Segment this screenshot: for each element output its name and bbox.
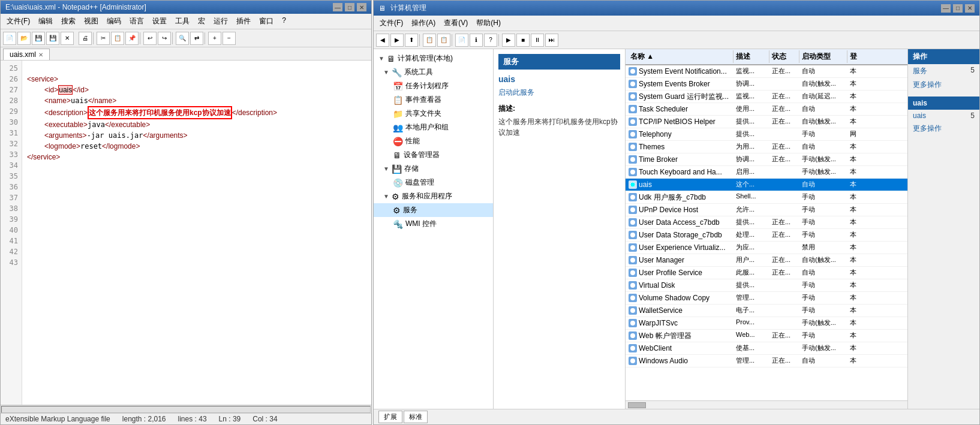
tb-zoomout[interactable]: −: [223, 32, 236, 45]
service-row[interactable]: User Manager 用户... 正在... 自动(触发... 本: [626, 254, 907, 267]
np-minimize-btn[interactable]: —: [333, 3, 342, 11]
tb-redo[interactable]: ↪: [158, 32, 171, 45]
cm-menu-help[interactable]: 帮助(H): [473, 17, 504, 29]
tree-local-users[interactable]: 👥 本地用户和组: [374, 120, 493, 134]
rp-services-link[interactable]: 服务 5: [908, 64, 979, 78]
service-row[interactable]: System Event Notification... 监视... 正在...…: [626, 65, 907, 78]
tb-copy[interactable]: 📋: [111, 32, 124, 45]
col-desc[interactable]: 描述: [734, 50, 769, 63]
tree-task-scheduler[interactable]: 📅 任务计划程序: [374, 79, 493, 93]
menu-window[interactable]: 窗口: [255, 15, 277, 28]
tab-standard[interactable]: 标准: [404, 411, 428, 423]
tb-open[interactable]: 📂: [17, 32, 31, 45]
cm-menu-file[interactable]: 文件(F): [376, 17, 407, 29]
menu-file[interactable]: 文件(F): [3, 15, 34, 28]
cm-tb-forward[interactable]: ▶: [390, 34, 404, 47]
tree-services-apps[interactable]: ▼ ⚙ 服务和应用程序: [374, 189, 493, 203]
tb-save[interactable]: 💾: [32, 32, 45, 45]
menu-run[interactable]: 运行: [210, 15, 232, 28]
col-start[interactable]: 启动类型: [799, 50, 847, 63]
tree-shared-folders[interactable]: 📁 共享文件夹: [374, 107, 493, 120]
col-status[interactable]: 状态: [769, 50, 799, 63]
cm-hscroll[interactable]: [626, 400, 907, 409]
col-name[interactable]: 名称 ▲: [626, 50, 734, 63]
np-close-btn[interactable]: ✕: [357, 3, 366, 11]
tb-replace[interactable]: ⇄: [190, 32, 203, 45]
cm-minimize-btn[interactable]: —: [941, 4, 951, 13]
tree-root[interactable]: ▼ 🖥 计算机管理(本地): [374, 52, 493, 65]
service-row[interactable]: User Data Storage_c7bdb 处理... 正在... 手动 本: [626, 229, 907, 242]
service-row[interactable]: System Events Broker 协调... 自动(触发... 本: [626, 78, 907, 91]
menu-search[interactable]: 搜索: [58, 15, 79, 28]
tree-wmi[interactable]: 🔩 WMI 控件: [374, 217, 493, 231]
rp-more-actions2[interactable]: 更多操作: [908, 122, 979, 135]
tree-device-manager[interactable]: 🖥 设备管理器: [374, 148, 493, 162]
tree-system-tools[interactable]: ▼ 🔧 系统工具: [374, 65, 493, 79]
tree-performance[interactable]: ⛔ 性能: [374, 134, 493, 148]
cm-tb-back[interactable]: ◀: [376, 34, 389, 47]
service-row[interactable]: WebClient 使基... 手动(触发... 本: [626, 342, 907, 355]
service-row[interactable]: Windows Audio 管理... 正在... 自动 本: [626, 355, 907, 367]
service-row[interactable]: TCP/IP NetBIOS Helper 提供... 正在... 自动(触发.…: [626, 116, 907, 128]
menu-plugins[interactable]: 插件: [233, 15, 254, 28]
service-row[interactable]: uais 这个... 自动 本: [626, 179, 907, 191]
service-row[interactable]: User Experience Virtualiz... 为应... 禁用 本: [626, 242, 907, 254]
cm-tb-new[interactable]: 📄: [455, 34, 468, 47]
menu-tools[interactable]: 工具: [172, 15, 193, 28]
rp-more-actions1[interactable]: 更多操作: [908, 78, 979, 92]
cm-tb-pause[interactable]: ⏸: [531, 34, 544, 47]
service-row[interactable]: Telephony 提供... 手动 网: [626, 128, 907, 141]
np-tab-close[interactable]: ✕: [38, 52, 43, 58]
menu-edit[interactable]: 编辑: [35, 15, 56, 28]
cm-tb-help[interactable]: ?: [484, 34, 497, 47]
tb-zoomin[interactable]: +: [208, 32, 221, 45]
cm-tb-hide[interactable]: 📋: [437, 34, 450, 47]
service-row[interactable]: Web 帐户管理器 Web... 正在... 手动 本: [626, 330, 907, 342]
service-row[interactable]: WalletService 电子... 手动 本: [626, 305, 907, 317]
tree-storage[interactable]: ▼ 💾 存储: [374, 162, 493, 176]
cm-start-service-link[interactable]: 启动此服务: [498, 88, 620, 98]
cm-tb-stop[interactable]: ■: [516, 34, 530, 47]
rp-uais-link[interactable]: uais 5: [908, 110, 979, 122]
service-row[interactable]: UPnP Device Host 允许... 手动 本: [626, 204, 907, 216]
service-row[interactable]: Udk 用户服务_c7bdb Shell... 手动 本: [626, 191, 907, 204]
cm-menu-view[interactable]: 查看(V): [440, 17, 471, 29]
cm-maximize-btn[interactable]: □: [953, 4, 963, 13]
service-row[interactable]: User Profile Service 此服... 正在... 自动 本: [626, 267, 907, 279]
np-hscroll[interactable]: [1, 405, 371, 413]
service-row[interactable]: Virtual Disk 提供... 手动 本: [626, 279, 907, 292]
tb-undo[interactable]: ↩: [143, 32, 157, 45]
service-row[interactable]: Task Scheduler 使用... 正在... 自动 本: [626, 103, 907, 116]
tb-find[interactable]: 🔍: [176, 32, 189, 45]
tree-event-viewer[interactable]: 📋 事件查看器: [374, 93, 493, 107]
cm-tb-properties[interactable]: ℹ: [470, 34, 483, 47]
tree-disk-mgmt[interactable]: 💿 磁盘管理: [374, 176, 493, 189]
cm-tb-show[interactable]: 📋: [423, 34, 436, 47]
tb-paste[interactable]: 📌: [125, 32, 139, 45]
service-row[interactable]: System Guard 运行时监视... 监视... 正在... 自动(延迟.…: [626, 91, 907, 103]
cm-tb-up[interactable]: ⬆: [405, 34, 418, 47]
service-row[interactable]: User Data Access_c7bdb 提供... 正在... 手动 本: [626, 216, 907, 229]
tab-extended[interactable]: 扩展: [378, 411, 402, 423]
service-row[interactable]: Time Broker 协调... 正在... 手动(触发... 本: [626, 153, 907, 166]
menu-view[interactable]: 视图: [80, 15, 102, 28]
tb-print[interactable]: 🖨: [79, 32, 92, 45]
tb-new[interactable]: 📄: [3, 32, 16, 45]
tb-saveall[interactable]: 💾: [46, 32, 59, 45]
menu-language[interactable]: 语言: [126, 15, 148, 28]
service-row[interactable]: WarpJITSvc Prov... 手动(触发... 本: [626, 317, 907, 330]
col-login[interactable]: 登: [847, 50, 865, 63]
tree-services[interactable]: ⚙ 服务: [374, 203, 493, 217]
tb-cut[interactable]: ✂: [97, 32, 110, 45]
tb-close[interactable]: ✕: [61, 32, 74, 45]
np-code-area[interactable]: <service> <id>uais</id> <name>uais</name…: [22, 61, 371, 405]
menu-encoding[interactable]: 编码: [103, 15, 125, 28]
np-tab-uaisxml[interactable]: uais.xml ✕: [3, 49, 50, 60]
service-row[interactable]: Volume Shadow Copy 管理... 手动 本: [626, 292, 907, 305]
service-row[interactable]: Touch Keyboard and Ha... 启用... 手动(触发... …: [626, 166, 907, 179]
menu-help[interactable]: ?: [278, 15, 290, 28]
np-maximize-btn[interactable]: □: [345, 3, 354, 11]
cm-tb-play[interactable]: ▶: [502, 34, 515, 47]
service-row[interactable]: Themes 为用... 正在... 自动 本: [626, 141, 907, 153]
cm-menu-action[interactable]: 操作(A): [408, 17, 439, 29]
